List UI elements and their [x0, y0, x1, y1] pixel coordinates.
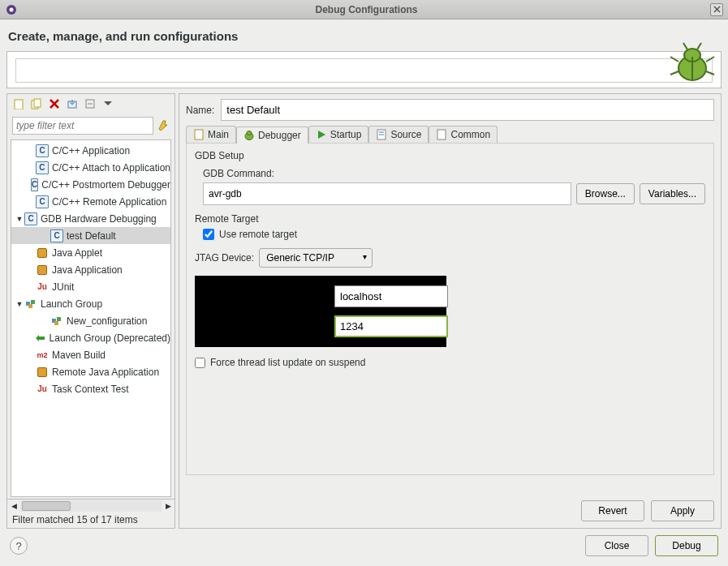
port-input[interactable]: [334, 315, 448, 337]
host-input[interactable]: [334, 285, 448, 307]
dialog-footer: ? Close Debug: [6, 529, 722, 560]
scrollbar-thumb[interactable]: [22, 501, 71, 511]
common-icon: [436, 129, 447, 140]
variables-button[interactable]: Variables...: [640, 183, 705, 204]
name-input[interactable]: [221, 99, 714, 121]
close-icon[interactable]: [710, 3, 723, 16]
use-remote-label: Use remote target: [219, 229, 297, 240]
svg-point-1: [10, 7, 14, 11]
svg-line-9: [670, 71, 678, 75]
tree-item-java-app[interactable]: Java Application: [11, 261, 170, 278]
source-icon: [376, 129, 387, 140]
use-remote-checkbox[interactable]: [203, 229, 214, 240]
window-title: Debug Configurations: [23, 4, 710, 15]
force-thread-checkbox[interactable]: [195, 358, 205, 368]
apply-button[interactable]: Apply: [651, 500, 714, 521]
play-icon: [316, 129, 327, 140]
tab-source[interactable]: Source: [368, 126, 429, 143]
svg-point-29: [247, 131, 252, 135]
svg-line-12: [697, 43, 701, 49]
gdb-command-input[interactable]: [203, 182, 571, 205]
tree-scrollbar[interactable]: ◀ ▶: [7, 499, 174, 512]
svg-line-11: [683, 43, 687, 49]
svg-line-8: [706, 57, 714, 62]
tree-item-java-applet[interactable]: Java Applet: [11, 244, 170, 261]
debug-button[interactable]: Debug: [655, 535, 718, 556]
bug-small-icon: [243, 130, 255, 141]
jtag-device-label: JTAG Device:: [195, 252, 254, 264]
delete-config-icon[interactable]: [48, 97, 61, 110]
svg-rect-22: [31, 300, 35, 304]
tab-debugger[interactable]: Debugger: [236, 126, 308, 144]
tree-item-c-postmortem[interactable]: CC/C++ Postmortem Debugger: [11, 176, 170, 193]
filter-status: Filter matched 15 of 17 items: [7, 512, 174, 528]
svg-rect-15: [34, 99, 41, 107]
dialog-heading: Create, manage, and run configurations: [6, 26, 722, 46]
tree-item-launch-group[interactable]: ▼Launch Group: [11, 295, 170, 312]
tree-item-c-app[interactable]: CC/C++ Application: [11, 142, 170, 159]
collapse-all-icon[interactable]: [84, 97, 97, 110]
tree-item-c-remote[interactable]: CC/C++ Remote Application: [11, 193, 170, 210]
duplicate-config-icon[interactable]: [30, 97, 43, 110]
left-panel: CC/C++ Application CC/C++ Attach to Appl…: [6, 93, 175, 529]
new-config-icon[interactable]: [12, 97, 25, 110]
gdb-command-label: GDB Command:: [203, 168, 705, 179]
svg-line-10: [706, 71, 714, 75]
tree-item-new-config[interactable]: New_configuration: [11, 312, 170, 329]
force-thread-label: Force thread list update on suspend: [210, 357, 365, 368]
svg-line-7: [670, 57, 678, 62]
tree-item-c-attach[interactable]: CC/C++ Attach to Application: [11, 159, 170, 176]
revert-button[interactable]: Revert: [581, 500, 644, 521]
svg-rect-23: [28, 304, 32, 308]
tab-startup[interactable]: Startup: [308, 126, 369, 143]
tree-item-maven[interactable]: m2Maven Build: [11, 346, 170, 363]
right-panel: Name: Main Debugger Startup Source Commo…: [179, 93, 722, 529]
tree-item-gdb-hw[interactable]: ▼CGDB Hardware Debugging: [11, 210, 170, 227]
app-icon: [5, 3, 18, 16]
tab-main[interactable]: Main: [186, 126, 236, 143]
dialog-header: [6, 51, 722, 88]
scroll-right-icon[interactable]: ▶: [162, 502, 174, 510]
remote-target-title: Remote Target: [195, 213, 705, 225]
browse-button[interactable]: Browse...: [576, 183, 635, 204]
svg-rect-25: [57, 317, 61, 321]
tree-item-remote-java[interactable]: Remote Java Application: [11, 363, 170, 380]
help-icon[interactable]: ?: [10, 537, 28, 555]
config-tree[interactable]: CC/C++ Application CC/C++ Attach to Appl…: [11, 139, 171, 497]
bug-icon: [669, 41, 716, 88]
export-config-icon[interactable]: [66, 97, 79, 110]
svg-rect-27: [195, 130, 203, 139]
filter-menu-icon[interactable]: [101, 97, 114, 110]
header-message-box: [15, 58, 713, 83]
gdb-setup-group: GDB Setup GDB Command: Browse... Variabl…: [186, 143, 714, 475]
jtag-device-select[interactable]: Generic TCP/IP: [259, 248, 373, 268]
group-title: GDB Setup: [195, 150, 705, 161]
remote-target-params: [195, 276, 446, 347]
tab-bar: Main Debugger Startup Source Common: [186, 126, 714, 144]
tree-item-junit[interactable]: JuJUnit: [11, 278, 170, 295]
scroll-left-icon[interactable]: ◀: [7, 502, 20, 510]
svg-rect-33: [437, 130, 446, 139]
tree-item-test-default[interactable]: Ctest Default: [11, 227, 170, 244]
page-icon: [193, 129, 205, 140]
config-toolbar: [7, 94, 174, 114]
tab-common[interactable]: Common: [429, 126, 498, 143]
svg-rect-13: [15, 100, 23, 109]
close-button[interactable]: Close: [585, 535, 648, 556]
svg-rect-26: [54, 321, 58, 325]
tree-item-launch-group-dep[interactable]: Launch Group (Deprecated): [11, 329, 170, 346]
tree-item-task-context[interactable]: JuTask Context Test: [11, 380, 170, 397]
clear-filter-icon[interactable]: [157, 118, 170, 134]
titlebar: Debug Configurations: [0, 0, 728, 19]
filter-input[interactable]: [12, 117, 153, 135]
name-label: Name:: [186, 105, 214, 116]
